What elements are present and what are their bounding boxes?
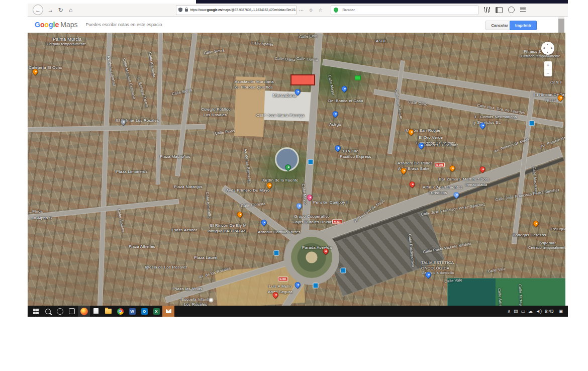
firefox-tabstrip — [196, 0, 568, 4]
pocket-icon[interactable]: ☺ — [309, 8, 313, 13]
poi-label: E. Comas Neumáticos — [475, 115, 517, 119]
search-box[interactable] — [331, 5, 478, 15]
green-area-icon[interactable] — [355, 76, 361, 80]
menu-icon[interactable] — [520, 8, 526, 12]
bookmark-star-icon[interactable]: ☆ — [318, 8, 322, 13]
orange-pin-icon[interactable] — [532, 220, 540, 228]
cortana-icon — [57, 308, 63, 315]
bus-stop-icon[interactable] — [274, 250, 279, 256]
forward-button[interactable]: → — [46, 7, 55, 14]
road-shield-n301[interactable]: N-301 — [435, 163, 445, 167]
sidebar-icon[interactable] — [496, 7, 503, 13]
poi-label: Plaza Madroños — [160, 154, 190, 159]
tray-display-icon[interactable]: ▭ — [521, 309, 526, 314]
taskbar-clock[interactable]: 9:43 — [545, 309, 554, 314]
pan-right-icon[interactable]: ▶ — [551, 46, 553, 49]
pan-left-icon[interactable]: ◀ — [543, 46, 545, 49]
poi-label: Cerrado temporalmente — [528, 246, 565, 249]
poi-label: Fitness & — [524, 49, 541, 54]
excel-icon: X — [153, 308, 160, 315]
poi-label: Plaza Limoneros — [116, 169, 148, 174]
poi-label: Bodegas Cerezos — [513, 233, 546, 237]
poi-label: Plaza Naranjos — [174, 184, 203, 189]
logo-letter: g — [49, 21, 53, 29]
logo-letter: o — [44, 21, 49, 29]
file-explorer-icon — [105, 309, 112, 314]
poi-label: Plaza Laurel — [194, 255, 218, 260]
tray-onedrive-cloud-icon[interactable]: ☁ — [528, 309, 533, 314]
notes-input[interactable] — [85, 22, 298, 28]
excel-button[interactable]: X — [150, 306, 162, 317]
pan-up-icon[interactable]: ▲ — [546, 43, 549, 46]
outlook-button[interactable]: O — [138, 306, 150, 317]
poi-label: AlfiKiK Apartamentos — [423, 185, 462, 190]
action-center-icon[interactable]: ▣ — [558, 309, 563, 314]
zoom-in-button[interactable]: + — [544, 61, 552, 69]
search-input[interactable] — [341, 7, 459, 13]
file-explorer-button[interactable] — [102, 306, 114, 317]
ltblue-pin-icon[interactable] — [295, 202, 303, 210]
map-roundabout-center — [291, 237, 332, 278]
sticky-notes-button[interactable] — [90, 306, 102, 317]
mail-button[interactable] — [162, 306, 174, 317]
bus-stop-icon[interactable] — [341, 268, 346, 273]
blue-pin-icon[interactable] — [334, 144, 342, 152]
orange-pin-icon[interactable] — [236, 211, 244, 219]
poi-label: Abad Segura — [268, 290, 292, 294]
library-icon[interactable] — [484, 7, 490, 13]
maps-print-header: GoogleMaps Cancelar Imprimir — [28, 17, 568, 33]
word-button[interactable]: W — [126, 306, 138, 317]
url-domain: google.es — [207, 8, 222, 12]
poi-label: antiguo BAR PALAS — [209, 229, 247, 233]
tray-expand-icon[interactable]: ∧ — [507, 309, 511, 314]
road-shield-n301[interactable]: N-301 — [332, 220, 342, 224]
pan-down-icon[interactable]: ▼ — [546, 51, 549, 54]
bus-stop-icon[interactable] — [308, 159, 314, 165]
poi-label: Talleres El Palmar — [424, 143, 458, 147]
system-tray: 9:43 ▣ ∧▤▭☁◄) — [507, 309, 563, 314]
firefox-button[interactable] — [78, 306, 90, 317]
pan-control[interactable]: ▲ ▼ ◀ ▶ — [541, 42, 554, 55]
satellite-map[interactable]: Palma MurciaCerrado temporalmenteCafeter… — [28, 33, 565, 306]
blue-pin-icon[interactable] — [331, 110, 339, 118]
orange-pin-icon[interactable] — [448, 164, 456, 172]
back-arrow-icon: ← — [35, 7, 41, 13]
back-button[interactable]: ← — [33, 5, 43, 15]
zoom-out-button[interactable]: − — [544, 69, 552, 76]
search-button[interactable] — [42, 306, 54, 317]
poi-label: Iglesia de Los Rosales — [145, 265, 187, 269]
print-button[interactable]: Imprimir — [510, 21, 537, 30]
tray-printer-icon[interactable]: ▤ — [514, 309, 518, 314]
poi-label: Plaza Alhelíes — [129, 244, 155, 249]
poi-label: Martínez Soto — [463, 177, 489, 181]
poi-label: de Fibrosis Quística — [235, 85, 273, 89]
chrome-button[interactable] — [114, 306, 126, 317]
poi-label: Grupo Cooperativo — [294, 214, 330, 219]
tray-volume-icon[interactable]: ◄) — [536, 309, 542, 314]
road-shield-n301[interactable]: N-301 — [278, 277, 288, 282]
url-bar[interactable]: https://www.google.es/maps/@37.9357608,-… — [176, 5, 297, 15]
reload-button[interactable]: ↻ — [56, 7, 65, 14]
poi-label: Plaza las Viñas — [173, 287, 203, 291]
poi-label: Asadero De Pollos — [398, 161, 433, 165]
logo-letter: e — [55, 21, 59, 29]
highlighted-parcel[interactable] — [290, 74, 315, 85]
account-icon[interactable] — [508, 7, 515, 13]
poi-label: Pacífico Express — [340, 154, 371, 159]
page-actions-icon[interactable]: ⋯ — [299, 8, 304, 13]
poi-label: Cajas Rurales Unidas — [292, 220, 333, 224]
poi-label: ONCOLÓGICA — [421, 266, 449, 270]
bus-stop-icon[interactable] — [313, 283, 319, 289]
poi-label: Los Rosales — [204, 113, 227, 117]
poi-label: Bar Zamora — [439, 177, 461, 181]
windows-taskbar: WOX 9:43 ▣ ∧▤▭☁◄) — [28, 306, 568, 317]
bus-stop-icon[interactable] — [529, 121, 535, 126]
start-button[interactable] — [30, 306, 42, 317]
poi-dot-marker-icon[interactable] — [209, 298, 214, 303]
start-icon — [33, 309, 39, 314]
cortana-button[interactable] — [54, 306, 66, 317]
red-pin-icon[interactable] — [408, 180, 416, 189]
poi-label: El Oro Verde — [419, 135, 443, 140]
task-view-button[interactable] — [66, 306, 78, 317]
home-button[interactable]: ⌂ — [66, 7, 75, 14]
